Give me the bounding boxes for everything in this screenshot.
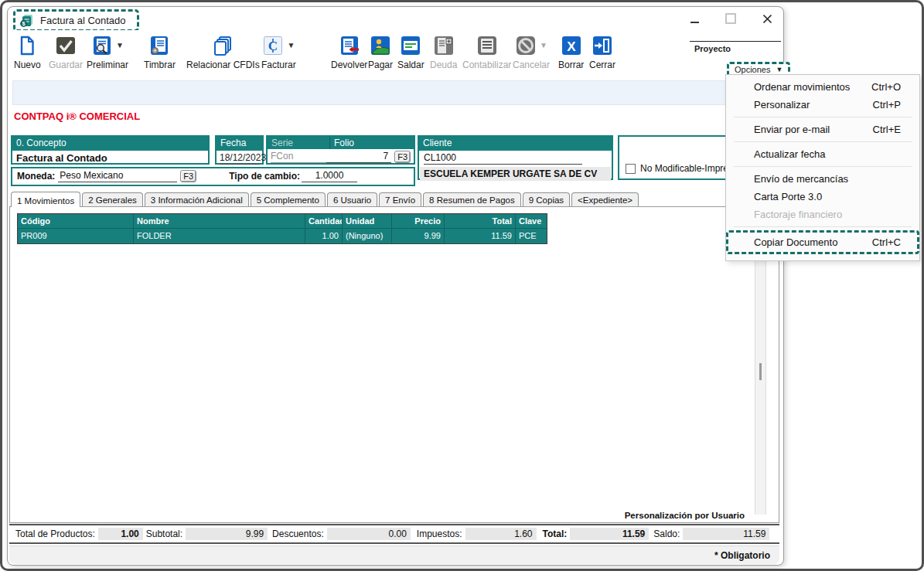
- cancel-prohibition-icon: [515, 35, 537, 56]
- tab-expediente[interactable]: <Expediente>: [571, 192, 639, 206]
- grid-col-unidad[interactable]: Unidad: [343, 214, 392, 229]
- cliente-name: ESCUELA KEMPER URGATE SA DE CV: [420, 167, 611, 181]
- descuentos-value: 0.00: [327, 528, 411, 540]
- serie-value[interactable]: FCon: [271, 151, 326, 163]
- impuestos-item: Impuestos: 1.60: [417, 528, 537, 540]
- tab-usuario[interactable]: 6 Usuario: [327, 192, 377, 206]
- descuentos-label: Descuentos:: [272, 529, 324, 539]
- personalizacion-label: Personalización por Usuario: [625, 511, 745, 520]
- proyecto-field[interactable]: Proyecto: [690, 41, 781, 53]
- concepto-header: 0. Concepto: [12, 137, 208, 151]
- moneda-box: Moneda: Peso Mexicano F3 Tipo de cambio:…: [11, 167, 415, 186]
- tab-generales[interactable]: 2 Generales: [82, 192, 143, 206]
- no-modificable-checkbox-row[interactable]: No Modificable-Impreso: [626, 163, 738, 174]
- return-document-icon: [339, 35, 360, 56]
- invoice-app-icon: $: [19, 13, 34, 28]
- menu-item-envio-mercancias[interactable]: Envío de mercancías: [726, 170, 919, 188]
- close-icon[interactable]: [762, 14, 772, 24]
- fecha-value[interactable]: 18/12/2023: [220, 152, 259, 165]
- cliente-code-value[interactable]: CL1000: [424, 152, 582, 165]
- total-value: 11.59: [570, 528, 649, 540]
- settle-card-icon: [400, 35, 421, 56]
- grid-col-clave[interactable]: Clave: [516, 214, 547, 229]
- grid-col-codigo[interactable]: Código: [18, 214, 134, 229]
- menu-item-actualizar-fecha[interactable]: Actualizar fecha: [726, 145, 919, 163]
- folio-value[interactable]: 7: [326, 151, 391, 163]
- total-productos-label: Total de Productos:: [15, 529, 95, 539]
- cell-total[interactable]: 11.59: [445, 229, 516, 243]
- cerrar-button[interactable]: Cerrar: [589, 34, 615, 70]
- totals-bar: Total de Productos: 1.00 Subtotal: 9.99 …: [9, 524, 779, 544]
- serie-folio-header: Serie Folio: [268, 137, 414, 149]
- total-productos-item: Total de Productos: 1.00: [15, 528, 143, 540]
- menu-separator: [734, 141, 912, 142]
- menu-item-enviar-email[interactable]: Enviar por e-mail Ctrl+E: [726, 121, 919, 138]
- tab-envio[interactable]: 7 Envío: [379, 192, 421, 206]
- grid-header-row: Código Nombre Cantidad Unidad Precio Tot…: [18, 214, 547, 229]
- cell-cantidad[interactable]: 1.00: [305, 229, 343, 243]
- opciones-label: Opciones: [735, 65, 770, 74]
- grid-col-nombre[interactable]: Nombre: [134, 214, 305, 229]
- window-title: Factura al Contado: [40, 15, 126, 26]
- grid-col-cantidad[interactable]: Cantidad: [305, 214, 343, 229]
- menu-item-copiar-documento[interactable]: Copiar Documento Ctrl+C: [726, 230, 919, 254]
- folio-header: Folio: [329, 137, 414, 149]
- checkbox-unchecked-icon[interactable]: [626, 164, 636, 174]
- concepto-value[interactable]: Factura al Contado: [12, 151, 208, 165]
- contabilizar-button[interactable]: Contabilizar: [462, 34, 511, 70]
- new-document-icon: [16, 35, 38, 56]
- deuda-button[interactable]: Deuda: [430, 34, 457, 70]
- impuestos-value: 1.60: [465, 528, 537, 540]
- tab-movimientos[interactable]: 1 Movimientos: [11, 192, 80, 207]
- dropdown-caret-icon[interactable]: ▼: [540, 42, 547, 49]
- nuevo-button[interactable]: Nuevo: [14, 34, 41, 70]
- movimientos-panel: Código Nombre Cantidad Unidad Precio Tot…: [9, 206, 779, 523]
- dropdown-caret-icon[interactable]: ▼: [116, 42, 124, 49]
- timbrar-button[interactable]: Timbrar: [144, 34, 176, 70]
- moneda-f3-button[interactable]: F3: [180, 170, 196, 182]
- preliminar-button[interactable]: ▼ Preliminar: [87, 34, 128, 70]
- maximize-icon[interactable]: [725, 13, 736, 24]
- cell-clave[interactable]: PCE: [516, 229, 547, 243]
- cliente-header: Cliente: [419, 137, 612, 151]
- save-check-icon: [55, 35, 77, 56]
- saldo-label: Saldo:: [653, 529, 680, 539]
- factura-window: $ Factura al Contado Nuevo: [7, 6, 784, 566]
- cell-precio[interactable]: 9.99: [392, 229, 445, 243]
- tipo-cambio-value[interactable]: 1.0000: [302, 170, 357, 182]
- impuestos-label: Impuestos:: [417, 529, 462, 539]
- tab-complemento[interactable]: 5 Complemento: [251, 192, 326, 206]
- table-row[interactable]: PR009 FOLDER 1.00 (Ninguno) 9.99 11.59 P…: [18, 229, 547, 243]
- tab-copias[interactable]: 9 Copias: [523, 192, 570, 206]
- dropdown-caret-icon[interactable]: ▼: [287, 42, 295, 49]
- total-item: Total: 11.59: [543, 528, 650, 540]
- cancelar-button[interactable]: ▼ Cancelar: [513, 34, 550, 70]
- menu-item-personalizar[interactable]: Personalizar Ctrl+P: [726, 96, 919, 114]
- folio-f3-button[interactable]: F3: [394, 151, 411, 163]
- grid-col-precio[interactable]: Precio: [392, 214, 445, 229]
- scrollbar-thumb[interactable]: [759, 363, 762, 380]
- relacionar-cfdis-button[interactable]: Relacionar CFDIs: [186, 34, 260, 70]
- fecha-header: Fecha: [217, 137, 262, 151]
- cell-unidad[interactable]: (Ninguno): [343, 229, 392, 243]
- subtotal-value: 9.99: [186, 528, 268, 540]
- grid-col-total[interactable]: Total: [445, 214, 516, 229]
- facturar-button[interactable]: C ▼ Facturar: [261, 34, 296, 70]
- menu-item-ordenar-movimientos[interactable]: Ordenar movimientos Ctrl+O: [726, 78, 919, 96]
- borrar-button[interactable]: X Borrar: [558, 34, 584, 70]
- minimize-icon[interactable]: [690, 22, 699, 23]
- moneda-value[interactable]: Peso Mexicano: [58, 170, 177, 182]
- pagar-button[interactable]: Pagar: [368, 34, 393, 70]
- saldar-button[interactable]: Saldar: [397, 34, 424, 70]
- devolver-button[interactable]: Devolver: [331, 34, 367, 70]
- menu-item-carta-porte[interactable]: Carta Porte 3.0: [726, 188, 919, 206]
- subtotal-label: Subtotal:: [146, 529, 182, 539]
- cell-nombre[interactable]: FOLDER: [134, 229, 305, 243]
- tab-informacion-adicional[interactable]: 3 Información Adicional: [145, 192, 249, 206]
- debt-document-icon: [433, 35, 455, 56]
- descuentos-item: Descuentos: 0.00: [272, 528, 411, 540]
- tab-resumen-pagos[interactable]: 8 Resumen de Pagos: [423, 192, 521, 206]
- cell-codigo[interactable]: PR009: [18, 229, 134, 243]
- serie-folio-box: Serie Folio FCon 7 F3: [266, 135, 415, 165]
- guardar-button[interactable]: Guardar: [49, 34, 83, 70]
